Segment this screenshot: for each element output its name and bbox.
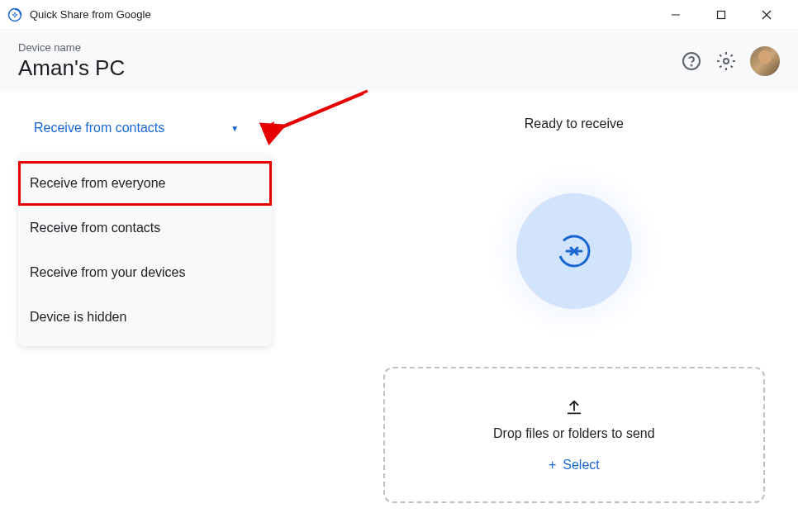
- app-title: Quick Share from Google: [30, 8, 663, 21]
- device-name: Aman's PC: [18, 55, 681, 81]
- left-panel: Receive from contacts ▼ Receive from eve…: [0, 92, 383, 532]
- device-name-label: Device name: [18, 41, 681, 54]
- menu-item-everyone[interactable]: Receive from everyone: [18, 161, 272, 206]
- title-bar: Quick Share from Google: [0, 0, 798, 30]
- select-label: Select: [563, 458, 599, 473]
- svg-point-6: [691, 64, 692, 65]
- plus-icon: +: [549, 458, 556, 473]
- window-controls: [663, 2, 779, 27]
- menu-item-hidden[interactable]: Device is hidden: [18, 295, 272, 340]
- header-actions: [681, 46, 780, 76]
- right-panel: Ready to receive Drop files or folders t…: [383, 92, 798, 532]
- help-icon[interactable]: [681, 50, 702, 72]
- svg-rect-2: [718, 11, 725, 18]
- drop-zone[interactable]: Drop files or folders to send + Select: [383, 367, 765, 503]
- device-info: Device name Aman's PC: [18, 41, 681, 81]
- menu-item-your-devices[interactable]: Receive from your devices: [18, 250, 272, 295]
- drop-text: Drop files or folders to send: [493, 426, 655, 441]
- receive-mode-menu: Receive from everyone Receive from conta…: [18, 154, 272, 346]
- upload-icon: [565, 398, 583, 416]
- close-button[interactable]: [754, 2, 779, 27]
- select-button[interactable]: + Select: [549, 458, 600, 473]
- receive-indicator: [487, 164, 661, 338]
- maximize-button[interactable]: [709, 2, 734, 27]
- chevron-down-icon: ▼: [230, 124, 239, 133]
- status-text: Ready to receive: [525, 116, 624, 131]
- receive-circle: [516, 193, 632, 309]
- receive-mode-dropdown[interactable]: Receive from contacts ▼: [30, 116, 383, 140]
- app-icon: [7, 7, 23, 23]
- app-header: Device name Aman's PC: [0, 30, 798, 92]
- dropdown-selected-label: Receive from contacts: [34, 121, 164, 135]
- svg-point-7: [724, 59, 729, 64]
- menu-item-contacts[interactable]: Receive from contacts: [18, 206, 272, 250]
- minimize-button[interactable]: [663, 2, 688, 27]
- settings-icon[interactable]: [715, 50, 737, 72]
- avatar[interactable]: [750, 46, 780, 76]
- main-content: Receive from contacts ▼ Receive from eve…: [0, 92, 798, 532]
- share-icon: [554, 231, 594, 271]
